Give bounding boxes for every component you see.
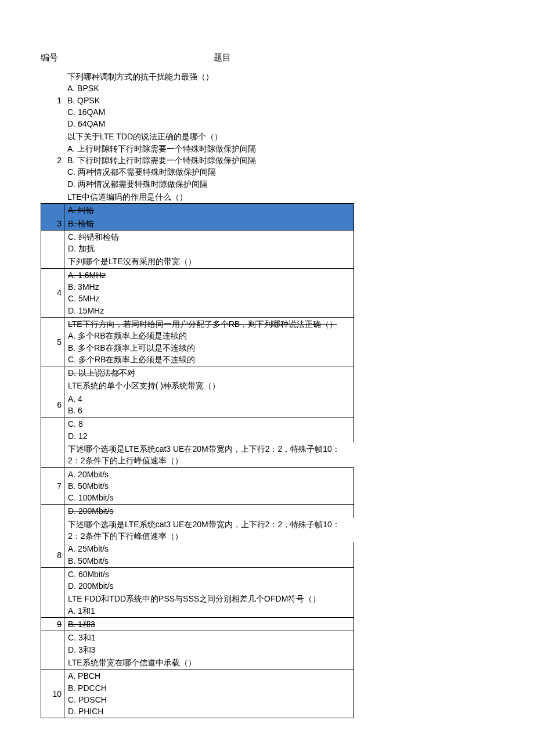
option: A. 25Mbit/s — [68, 543, 350, 555]
row-number — [41, 592, 64, 617]
row-number — [41, 656, 64, 669]
option: A. 1和1 — [68, 605, 350, 617]
option: D. 加扰 — [68, 243, 350, 254]
option: B. 3MHz — [68, 281, 350, 293]
row-content: A. 20Mbit/s B. 50Mbit/s C. 100Mbit/s — [64, 468, 353, 505]
option: B. 6 — [68, 405, 350, 416]
table-row: 下述哪个选项是LTE系统cat3 UE在20M带宽内，上下行2：2，特殊子帧10… — [41, 442, 354, 467]
table-row: C. 纠错和检错 D. 加扰 — [41, 231, 354, 255]
option: C. 8 — [68, 418, 350, 430]
option: B. 下行时隙转上行时隙需要一个特殊时隙做保护间隔 — [67, 154, 490, 166]
row-number — [41, 255, 64, 268]
option: C. 16QAM — [67, 106, 490, 118]
question-text: 下列哪种调制方式的抗干扰能力最强（） — [67, 71, 490, 82]
option: A. PBCH — [68, 670, 350, 682]
table-row: 下列哪个是LTE没有采用的带宽（） — [41, 255, 354, 268]
row-number — [41, 379, 64, 392]
row-number — [41, 442, 64, 467]
row-number: 1 — [41, 70, 64, 130]
option: A. 多个RB在频率上必须是连续的 — [68, 330, 350, 341]
question-text: LTE FDD和TDD系统中的PSS与SSS之间分别相差几个OFDM符号（） — [68, 593, 350, 604]
row-number — [41, 417, 64, 442]
question-text: 以下关于LTE TDD的说法正确的是哪个（） — [67, 131, 490, 142]
table-row: C. 8 D. 12 — [41, 417, 354, 442]
question-text: LTE中信道编码的作用是什么（） — [64, 190, 493, 203]
option: C. 两种情况都不需要特殊时隙做保护间隔 — [67, 166, 490, 178]
row-content: A. 4 B. 6 — [64, 393, 353, 417]
table-row: 7 A. 20Mbit/s B. 50Mbit/s C. 100Mbit/s — [41, 467, 354, 505]
option: D. 两种情况都需要特殊时隙做保护间隔 — [67, 178, 490, 190]
table-row: C. 60Mbit/s D. 200Mbit/s — [41, 568, 354, 593]
option: A. 1.6MHz — [68, 269, 350, 281]
row-number — [41, 190, 64, 203]
option: D. 以上说法都不对 — [64, 366, 353, 379]
row-number: 4 — [41, 269, 64, 317]
row-content: A. PBCH B. PDCCH C. PDSCH D. PHICH — [64, 669, 353, 718]
table-row: 1 下列哪种调制方式的抗干扰能力最强（） A. BPSK B. QPSK C. … — [41, 70, 493, 130]
row-number — [41, 505, 64, 517]
option: B. 50Mbit/s — [68, 480, 350, 492]
option: A. 上行时隙转下行时隙需要一个特殊时隙做保护间隔 — [67, 143, 490, 154]
option: D. 200Mbit/s — [68, 580, 350, 592]
option: C. 多个RB在频率上必须是不连续的 — [68, 354, 350, 365]
header-question: 题目 — [67, 52, 493, 63]
table-row: 5 LTE下行方向，若同时给同一用户分配了多个RB，则下列哪种说法正确（） A.… — [41, 318, 354, 366]
option: A. 20Mbit/s — [68, 469, 350, 480]
row-content: C. 3和1 D. 3和3 — [64, 631, 353, 656]
row-number: 2 — [41, 130, 64, 190]
highlighted-row: 3 B. 检错 — [41, 217, 354, 231]
table-row: LTE系统的单个小区支持( )种系统带宽（） — [41, 379, 354, 392]
row-number: 3 — [41, 217, 64, 230]
question-text: LTE下行方向，若同时给同一用户分配了多个RB，则下列哪种说法正确（） — [68, 318, 350, 330]
row-content: LTE FDD和TDD系统中的PSS与SSS之间分别相差几个OFDM符号（） A… — [64, 592, 353, 617]
row-content: 下列哪种调制方式的抗干扰能力最强（） A. BPSK B. QPSK C. 16… — [64, 70, 493, 130]
option: A. 纠错 — [64, 204, 353, 217]
row-number: 5 — [41, 318, 64, 366]
row-number: 6 — [41, 393, 64, 417]
option: D. 200Mbit/s — [64, 505, 353, 517]
table-row: LTE FDD和TDD系统中的PSS与SSS之间分别相差几个OFDM符号（） A… — [41, 592, 354, 617]
option: B. QPSK — [67, 95, 490, 106]
table-row: LTE系统带宽在哪个信道中承载（） — [41, 656, 354, 669]
row-number: 10 — [41, 669, 64, 718]
option: C. 3和1 — [68, 632, 350, 643]
row-number: 7 — [41, 468, 64, 505]
table-row: 10 A. PBCH B. PDCCH C. PDSCH D. PHICH — [41, 669, 354, 718]
option: D. 3和3 — [68, 644, 350, 656]
question-text: 下述哪个选项是LTE系统cat3 UE在20M带宽内，上下行2：2，特殊子帧10… — [64, 442, 354, 467]
table-row: 下述哪个选项是LTE系统cat3 UE在20M带宽内，上下行2：2，特殊子帧10… — [41, 518, 354, 543]
row-content: C. 纠错和检错 D. 加扰 — [64, 231, 353, 255]
table-row: 8 A. 25Mbit/s B. 50Mbit/s — [41, 542, 354, 568]
highlighted-row: A. 纠错 — [41, 203, 354, 217]
option: B. PDCCH — [68, 682, 350, 694]
row-content: C. 60Mbit/s D. 200Mbit/s — [64, 568, 353, 593]
option: B. 50Mbit/s — [68, 555, 350, 567]
table-row: 2 以下关于LTE TDD的说法正确的是哪个（） A. 上行时隙转下行时隙需要一… — [41, 130, 493, 190]
row-number — [41, 366, 64, 379]
row-content: 以下关于LTE TDD的说法正确的是哪个（） A. 上行时隙转下行时隙需要一个特… — [64, 130, 493, 190]
table-row: C. 3和1 D. 3和3 — [41, 631, 354, 656]
option: B. 检错 — [64, 217, 353, 230]
table-header: 编号 题目 — [41, 52, 493, 63]
row-number — [41, 204, 64, 217]
header-number: 编号 — [41, 52, 67, 63]
table-row: D. 以上说法都不对 — [41, 366, 354, 379]
option: C. PDSCH — [68, 694, 350, 705]
option: C. 5MHz — [68, 293, 350, 304]
option: D. 64QAM — [67, 118, 490, 129]
option: C. 60Mbit/s — [68, 568, 350, 580]
row-content: LTE下行方向，若同时给同一用户分配了多个RB，则下列哪种说法正确（） A. 多… — [64, 318, 353, 366]
row-content: A. 25Mbit/s B. 50Mbit/s — [64, 542, 353, 567]
row-content: A. 1.6MHz B. 3MHz C. 5MHz D. 15MHz — [64, 269, 353, 317]
question-text: 下列哪个是LTE没有采用的带宽（） — [64, 255, 353, 268]
option: A. 4 — [68, 393, 350, 405]
row-number — [41, 568, 64, 593]
question-text: LTE系统带宽在哪个信道中承载（） — [64, 656, 353, 669]
row-number — [41, 518, 64, 543]
row-number — [41, 631, 64, 656]
option: A. BPSK — [67, 82, 490, 94]
row-content: C. 8 D. 12 — [64, 417, 353, 442]
table-row: 6 A. 4 B. 6 — [41, 393, 354, 418]
table-row: D. 200Mbit/s — [41, 505, 354, 517]
option: B. 多个RB在频率上可以是不连续的 — [68, 342, 350, 354]
